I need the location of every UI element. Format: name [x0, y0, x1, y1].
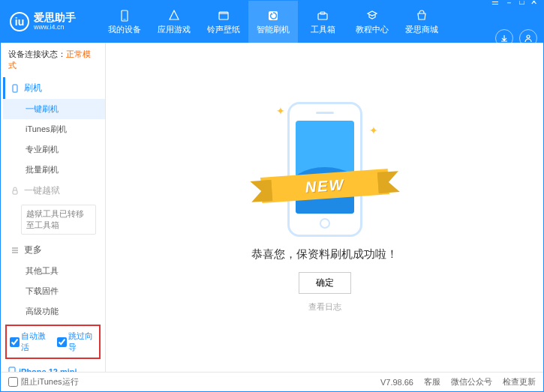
ok-button[interactable]: 确定	[299, 272, 351, 294]
main-content: ✦ ✦ ✦ NEW 恭喜您，保资料刷机成功啦！ 确定 查看日志	[106, 43, 543, 372]
nav-label: 教程中心	[356, 24, 389, 35]
maximize-icon[interactable]: □	[519, 0, 524, 8]
nav-tutorial[interactable]: 教程中心	[347, 1, 397, 43]
nav-label: 爱思商城	[405, 24, 438, 35]
check-update-link[interactable]: 检查更新	[503, 376, 536, 388]
nav-store[interactable]: 爱思商城	[397, 1, 446, 43]
nav-flash[interactable]: 智能刷机	[248, 1, 298, 43]
sidebar-item-pro-flash[interactable]: 专业刷机	[3, 139, 105, 160]
version-label: V7.98.66	[380, 378, 413, 387]
app-name: 爱思助手	[34, 12, 76, 23]
checkbox-auto-activate[interactable]: 自动激活	[10, 331, 50, 353]
sidebar-group-flash[interactable]: 刷机	[3, 77, 105, 99]
nav-label: 铃声壁纸	[207, 24, 240, 35]
svg-rect-8	[13, 85, 17, 92]
nav-my-device[interactable]: 我的设备	[100, 1, 149, 43]
new-ribbon: NEW	[260, 169, 389, 203]
sidebar-item-advanced[interactable]: 高级功能	[3, 301, 105, 322]
toolbox-icon	[316, 9, 329, 22]
checkbox-skip-guide[interactable]: 跳过向导	[57, 331, 97, 353]
svg-rect-1	[124, 19, 126, 19]
sidebar: 设备连接状态：正常模式 刷机 一键刷机 iTunes刷机 专业刷机 批量刷机 一…	[1, 43, 106, 372]
titlebar: iu 爱思助手 www.i4.cn 我的设备 应用游戏 铃声壁纸 智能刷机	[1, 1, 543, 43]
app-url: www.i4.cn	[34, 24, 76, 31]
sparkle-icon: ✦	[369, 124, 378, 136]
flash-options-highlight: 自动激活 跳过向导	[5, 325, 101, 359]
view-log-link[interactable]: 查看日志	[308, 301, 341, 313]
svg-point-7	[527, 35, 530, 38]
success-illustration: ✦ ✦ ✦ NEW	[276, 102, 374, 237]
sidebar-item-other-tools[interactable]: 其他工具	[3, 261, 105, 281]
logo-icon: iu	[10, 12, 29, 31]
minimize-icon[interactable]: －	[505, 0, 513, 8]
nav-toolbox[interactable]: 工具箱	[298, 1, 347, 43]
lock-icon	[11, 187, 20, 196]
apps-icon	[167, 9, 181, 22]
nav-label: 应用游戏	[158, 24, 191, 35]
jailbreak-transfer-note: 越狱工具已转移至工具箱	[21, 205, 96, 235]
sidebar-item-itunes-flash[interactable]: iTunes刷机	[3, 119, 105, 139]
window-controls: ☰ － □ ✕	[491, 0, 537, 8]
nav-label: 智能刷机	[257, 24, 290, 35]
sidebar-item-download-fw[interactable]: 下载固件	[3, 281, 105, 301]
svg-rect-9	[13, 190, 17, 194]
sidebar-group-more[interactable]: 更多	[3, 239, 105, 261]
statusbar: 阻止iTunes运行 V7.98.66 客服 微信公众号 检查更新	[1, 372, 543, 391]
nav-apps[interactable]: 应用游戏	[149, 1, 199, 43]
checkbox-block-itunes[interactable]: 阻止iTunes运行	[8, 376, 79, 388]
success-message: 恭喜您，保资料刷机成功啦！	[251, 247, 398, 262]
app-logo: iu 爱思助手 www.i4.cn	[10, 12, 100, 31]
close-icon[interactable]: ✕	[530, 0, 537, 8]
sidebar-group-jailbreak[interactable]: 一键越狱	[3, 180, 105, 202]
phone-icon	[8, 367, 16, 372]
sidebar-item-onekey-flash[interactable]: 一键刷机	[3, 99, 105, 119]
main-nav: 我的设备 应用游戏 铃声壁纸 智能刷机 工具箱 教程中心	[100, 1, 491, 43]
wallpaper-icon	[217, 9, 230, 22]
svg-rect-3	[219, 12, 228, 14]
list-icon	[11, 246, 20, 255]
sparkle-icon: ✦	[276, 105, 285, 117]
wechat-link[interactable]: 微信公众号	[451, 376, 492, 388]
menu-icon[interactable]: ☰	[491, 0, 499, 8]
flash-icon	[266, 9, 280, 22]
phone-icon	[118, 9, 131, 22]
nav-label: 我的设备	[108, 24, 141, 35]
nav-wallpaper[interactable]: 铃声壁纸	[199, 1, 248, 43]
device-info[interactable]: iPhone 12 mini 64GB Down-12mini-13,1	[1, 362, 105, 372]
support-link[interactable]: 客服	[424, 376, 440, 388]
tutorial-icon	[365, 9, 379, 22]
store-icon	[415, 9, 428, 22]
sidebar-item-batch-flash[interactable]: 批量刷机	[3, 160, 105, 180]
connection-status: 设备连接状态：正常模式	[1, 43, 105, 77]
nav-label: 工具箱	[311, 24, 335, 35]
phone-icon	[11, 84, 20, 93]
